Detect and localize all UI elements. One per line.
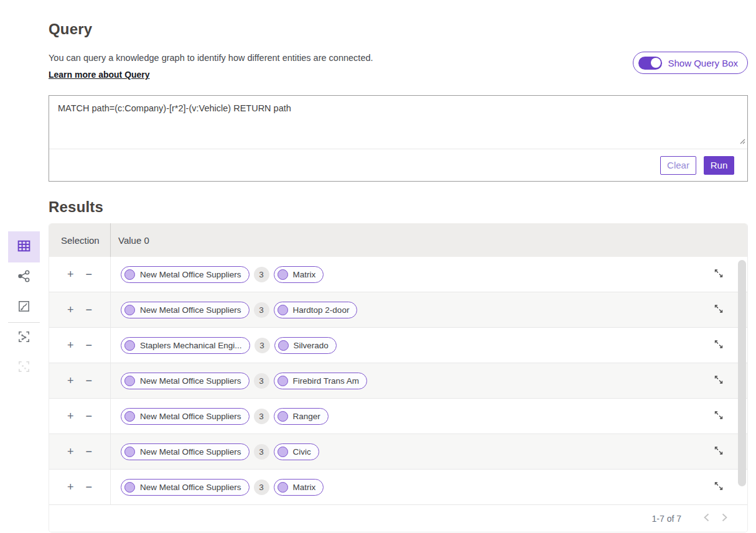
hop-count-badge: 3 [254, 373, 269, 389]
query-description: You can query a knowledge graph to ident… [49, 52, 373, 64]
table-row: + − New Metal Office Suppliers 3 Matrix [49, 257, 747, 292]
learn-more-link[interactable]: Learn more about Query [49, 70, 150, 80]
results-section-title: Results [49, 198, 748, 216]
node-icon [278, 411, 288, 422]
add-selection-button[interactable]: + [66, 338, 75, 352]
run-button[interactable]: Run [704, 156, 734, 175]
table-row: + − New Metal Office Suppliers 3 Firebir… [49, 363, 747, 399]
add-selection-button[interactable]: + [66, 374, 75, 387]
target-pill[interactable]: Matrix [274, 479, 324, 496]
sidebar-item-empty-view [8, 353, 40, 382]
expand-row-button[interactable] [712, 338, 725, 353]
expand-row-button[interactable] [712, 374, 725, 388]
node-icon [124, 305, 135, 315]
pagination-next-button[interactable] [716, 511, 734, 526]
value-cell: New Metal Office Suppliers 3 Firebird Tr… [111, 363, 747, 398]
entity-pill[interactable]: New Metal Office Suppliers [121, 302, 250, 318]
entity-pill[interactable]: New Metal Office Suppliers [121, 408, 250, 425]
selection-cell: + − [49, 328, 111, 363]
query-box: MATCH path=(c:Company)-[r*2]-(v:Vehicle)… [49, 95, 748, 182]
add-selection-button[interactable]: + [66, 480, 75, 494]
node-icon [124, 269, 135, 280]
target-pill-label: Civic [293, 447, 311, 457]
hop-count-badge: 3 [254, 444, 269, 460]
entity-pill-label: New Metal Office Suppliers [140, 270, 241, 279]
clear-button[interactable]: Clear [660, 156, 696, 175]
remove-selection-button[interactable]: − [85, 303, 94, 317]
table-header-row: Selection Value 0 [49, 223, 747, 257]
entity-pill[interactable]: New Metal Office Suppliers [121, 373, 250, 389]
add-selection-button[interactable]: + [66, 409, 75, 423]
hop-count-badge: 3 [254, 409, 269, 424]
add-selection-button[interactable]: + [66, 303, 75, 317]
column-header-selection: Selection [49, 223, 111, 257]
expand-row-button[interactable] [712, 267, 725, 282]
pagination-prev-button[interactable] [698, 511, 716, 526]
results-table: Selection Value 0 + − New Metal Office S… [49, 223, 748, 532]
entity-pill[interactable]: New Metal Office Suppliers [121, 479, 250, 496]
remove-selection-button[interactable]: − [85, 445, 94, 458]
entity-pill-label: New Metal Office Suppliers [140, 483, 241, 492]
table-view-icon [16, 238, 32, 256]
hop-count-badge: 3 [254, 338, 270, 353]
node-icon [278, 305, 288, 315]
map-view-icon [17, 299, 31, 316]
sidebar-item-table-view[interactable] [8, 231, 40, 262]
target-pill[interactable]: Civic [274, 443, 319, 460]
query-input[interactable]: MATCH path=(c:Company)-[r*2]-(v:Vehicle)… [49, 96, 747, 149]
remove-selection-button[interactable]: − [85, 374, 94, 387]
show-query-box-toggle[interactable]: Show Query Box [633, 52, 748, 74]
query-section-title: Query [49, 21, 748, 38]
sidebar-item-graph-select-view[interactable] [8, 323, 40, 353]
entity-pill[interactable]: New Metal Office Suppliers [121, 266, 250, 283]
remove-selection-button[interactable]: − [85, 480, 94, 494]
add-selection-button[interactable]: + [66, 445, 75, 458]
table-row: + − New Metal Office Suppliers 3 Matrix [49, 470, 747, 505]
value-cell: New Metal Office Suppliers 3 Matrix [111, 257, 747, 292]
remove-selection-button[interactable]: − [85, 409, 94, 423]
node-icon [124, 340, 135, 351]
remove-selection-button[interactable]: − [85, 338, 94, 352]
entity-pill-label: New Metal Office Suppliers [140, 412, 241, 421]
sidebar-item-graph-view[interactable] [8, 262, 40, 292]
value-cell: New Metal Office Suppliers 3 Matrix [111, 470, 747, 504]
node-icon [124, 447, 135, 457]
target-pill[interactable]: Firebird Trans Am [274, 373, 368, 389]
entity-pill-label: New Metal Office Suppliers [140, 305, 241, 315]
target-pill[interactable]: Ranger [274, 408, 329, 425]
target-pill-label: Matrix [293, 483, 316, 492]
value-cell: Staplers Mechanical Engi... 3 Silverado [111, 328, 747, 363]
target-pill[interactable]: Silverado [274, 337, 337, 354]
add-selection-button[interactable]: + [66, 267, 75, 281]
node-icon [124, 482, 135, 493]
entity-pill-label: New Metal Office Suppliers [140, 376, 241, 386]
target-pill[interactable]: Matrix [274, 266, 324, 283]
selection-cell: + − [49, 292, 111, 327]
table-row: + − New Metal Office Suppliers 3 Ranger [49, 399, 747, 434]
remove-selection-button[interactable]: − [85, 267, 94, 281]
sidebar-item-map-view[interactable] [8, 292, 40, 322]
expand-row-button[interactable] [712, 303, 725, 317]
expand-row-button[interactable] [712, 409, 725, 424]
target-pill[interactable]: Hardtop 2-door [274, 302, 358, 318]
hop-count-badge: 3 [254, 480, 269, 495]
node-icon [278, 340, 289, 351]
toggle-label: Show Query Box [668, 58, 738, 68]
selection-cell: + − [49, 257, 111, 292]
empty-view-icon [17, 359, 31, 376]
entity-pill-label: Staplers Mechanical Engi... [140, 341, 242, 350]
target-pill-label: Firebird Trans Am [293, 376, 360, 386]
entity-pill[interactable]: New Metal Office Suppliers [121, 443, 250, 460]
selection-cell: + − [49, 434, 111, 469]
value-cell: New Metal Office Suppliers 3 Hardtop 2-d… [111, 292, 747, 327]
node-icon [278, 376, 288, 386]
hop-count-badge: 3 [254, 267, 269, 282]
vertical-scrollbar[interactable] [738, 260, 746, 486]
table-row: + − Staplers Mechanical Engi... 3 Silver… [49, 328, 747, 363]
node-icon [278, 482, 288, 493]
target-pill-label: Silverado [294, 341, 329, 350]
table-row: + − New Metal Office Suppliers 3 Civic [49, 434, 747, 470]
entity-pill[interactable]: Staplers Mechanical Engi... [121, 337, 250, 354]
expand-row-button[interactable] [712, 480, 725, 494]
expand-row-button[interactable] [712, 445, 725, 459]
